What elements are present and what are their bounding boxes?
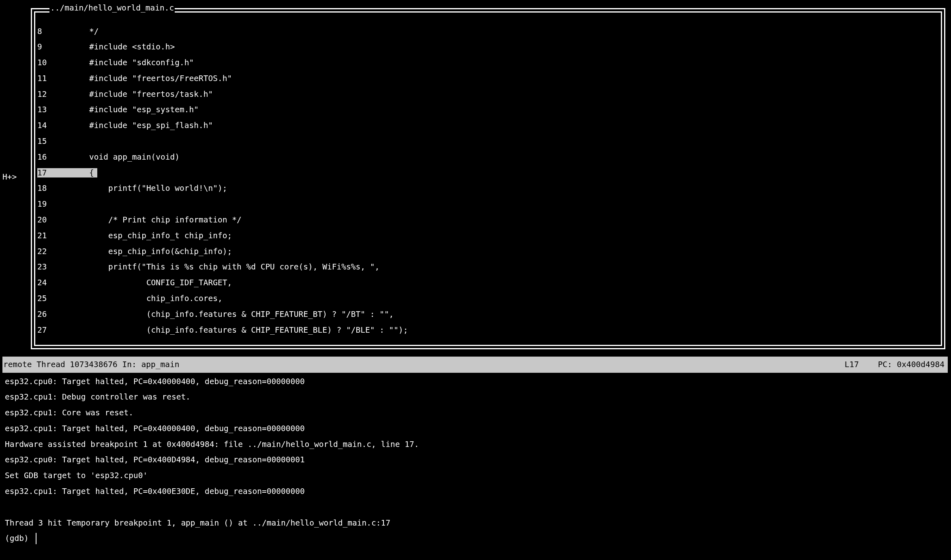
source-code: #include <stdio.h> — [89, 42, 175, 52]
source-code: #include "freertos/task.h" — [89, 90, 213, 99]
source-code-highlighted: { — [89, 168, 97, 178]
source-line: 19 — [37, 197, 408, 212]
source-line: 14#include "esp_spi_flash.h" — [37, 118, 408, 134]
line-number: 24 — [37, 278, 89, 288]
source-line: 8*/ — [37, 24, 408, 39]
breakpoint-marker: H+> — [2, 172, 17, 182]
source-line: 18 printf("Hello world!\n"); — [37, 181, 408, 197]
line-number: 10 — [37, 58, 89, 68]
line-number: 18 — [37, 184, 89, 193]
source-code: #include "freertos/FreeRTOS.h" — [89, 74, 232, 83]
gdb-prompt[interactable]: (gdb) — [5, 531, 419, 547]
source-line: 25 chip_info.cores, — [37, 291, 408, 307]
line-number: 14 — [37, 121, 89, 130]
cursor — [36, 533, 36, 544]
source-code: /* Print chip information */ — [89, 215, 242, 225]
line-number: 26 — [37, 310, 89, 319]
source-code: esp_chip_info_t chip_info; — [89, 231, 232, 241]
source-code: */ — [89, 27, 99, 36]
console-line: esp32.cpu1: Core was reset. — [5, 405, 419, 421]
line-number: 12 — [37, 90, 89, 99]
source-line: 9#include <stdio.h> — [37, 39, 408, 55]
source-code: #include "esp_system.h" — [89, 105, 199, 115]
source-code: CONFIG_IDF_TARGET, — [89, 278, 232, 288]
line-number: 9 — [37, 42, 89, 52]
source-line: 17{ — [37, 165, 408, 181]
source-code: esp_chip_info(&chip_info); — [89, 247, 232, 256]
line-number: 19 — [37, 199, 89, 209]
line-number: 20 — [37, 215, 89, 225]
line-number: 17 — [37, 168, 89, 178]
source-line: 22 esp_chip_info(&chip_info); — [37, 244, 408, 259]
console-line: Hardware assisted breakpoint 1 at 0x400d… — [5, 436, 419, 452]
line-number: 27 — [37, 325, 89, 335]
status-line-pc: L17 PC: 0x400d4984 — [816, 350, 947, 379]
console-line: esp32.cpu0: Target halted, PC=0x400D4984… — [5, 452, 419, 468]
source-line: 12#include "freertos/task.h" — [37, 86, 408, 102]
line-number: 16 — [37, 152, 89, 162]
source-code: (chip_info.features & CHIP_FEATURE_BLE) … — [89, 325, 408, 335]
line-number: 11 — [37, 74, 89, 83]
console-line: esp32.cpu1: Debug controller was reset. — [5, 389, 419, 405]
gdb-console[interactable]: esp32.cpu0: Target halted, PC=0x40000400… — [5, 374, 419, 547]
source-pane[interactable]: 8*/9#include <stdio.h>10#include "sdkcon… — [37, 24, 408, 338]
console-line: esp32.cpu1: Target halted, PC=0x400E30DE… — [5, 484, 419, 500]
line-number: 21 — [37, 231, 89, 241]
source-line: 11#include "freertos/FreeRTOS.h" — [37, 71, 408, 86]
source-line: 21 esp_chip_info_t chip_info; — [37, 228, 408, 244]
source-code: printf("This is %s chip with %d CPU core… — [89, 262, 379, 272]
status-thread-info: remote Thread 1073438676 In: app_main — [3, 360, 816, 370]
line-number: 23 — [37, 262, 89, 272]
source-line: 10#include "sdkconfig.h" — [37, 55, 408, 71]
source-file-title: ../main/hello_world_main.c — [49, 3, 175, 13]
console-line: Thread 3 hit Temporary breakpoint 1, app… — [5, 515, 419, 531]
line-number: 15 — [37, 137, 89, 146]
source-code: void app_main(void) — [89, 152, 180, 162]
console-line — [5, 499, 419, 515]
source-line: 27 (chip_info.features & CHIP_FEATURE_BL… — [37, 322, 408, 338]
source-line: 20 /* Print chip information */ — [37, 212, 408, 228]
console-line: esp32.cpu0: Target halted, PC=0x40000400… — [5, 374, 419, 389]
status-line-number: L17 — [844, 360, 859, 369]
source-line: 15 — [37, 134, 408, 150]
status-bar: remote Thread 1073438676 In: app_main L1… — [2, 357, 948, 373]
source-code: #include "sdkconfig.h" — [89, 58, 194, 68]
line-number: 13 — [37, 105, 89, 115]
source-code: printf("Hello world!\n"); — [89, 184, 227, 193]
source-code: chip_info.cores, — [89, 294, 223, 304]
source-line: 24 CONFIG_IDF_TARGET, — [37, 275, 408, 291]
console-line: esp32.cpu1: Target halted, PC=0x40000400… — [5, 421, 419, 436]
source-code: (chip_info.features & CHIP_FEATURE_BT) ?… — [89, 310, 394, 319]
source-line: 23 printf("This is %s chip with %d CPU c… — [37, 259, 408, 275]
source-line: 16void app_main(void) — [37, 149, 408, 165]
source-code: #include "esp_spi_flash.h" — [89, 121, 213, 130]
console-line: Set GDB target to 'esp32.cpu0' — [5, 468, 419, 484]
line-number: 25 — [37, 294, 89, 304]
source-line: 26 (chip_info.features & CHIP_FEATURE_BT… — [37, 306, 408, 322]
status-pc: PC: 0x400d4984 — [878, 360, 945, 369]
source-line: 13#include "esp_system.h" — [37, 102, 408, 118]
line-number: 22 — [37, 247, 89, 256]
prompt-text: (gdb) — [5, 534, 33, 543]
line-number: 8 — [37, 27, 89, 36]
